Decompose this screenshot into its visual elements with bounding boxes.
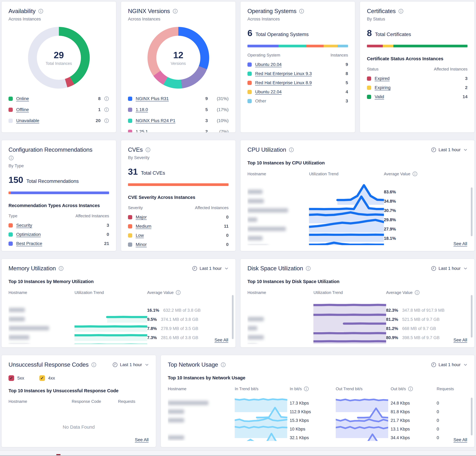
hostname-redacted[interactable] [8,317,25,321]
info-icon[interactable] [91,362,96,367]
time-range-dropdown[interactable]: Last 1 hour [192,266,229,271]
legend-label-link[interactable]: NGINX Plus R24 P1 [136,118,175,123]
status-label-link[interactable]: Expiring [375,85,391,90]
time-range-label: Last 1 hour [439,147,460,152]
vertical-scrollbar[interactable] [232,295,234,339]
hostname-redacted[interactable] [8,326,49,330]
card-title: Unsuccessful Response Codes [8,362,89,368]
time-range-dropdown[interactable]: Last 1 hour [431,266,468,271]
vertical-scrollbar[interactable] [471,187,473,236]
legend-label-link[interactable]: NGINX Plus R31 [136,96,169,101]
checkbox-checked[interactable]: ✓ [8,375,14,381]
table-row: Red Hat Enterprise Linux 8.9 5 [247,80,348,85]
time-range-dropdown[interactable]: Last 1 hour [431,147,468,152]
clock-icon [192,266,197,271]
hostname-redacted[interactable] [247,208,288,212]
type-label-link[interactable]: Security [16,223,32,228]
column-header-hostname: Hostname [247,290,313,295]
info-icon[interactable] [38,8,43,14]
availability-card: Availability Across Instances 29 Total I… [1,1,116,133]
out-bitrate-value: 24.8 Kbps [391,401,434,406]
info-icon[interactable] [398,8,404,14]
hostname-redacted[interactable] [168,435,184,440]
hostname-redacted[interactable] [247,335,264,339]
see-all-link[interactable]: See All [453,338,467,343]
info-icon[interactable] [415,290,420,295]
bar-segment [367,45,383,47]
severity-label-link[interactable]: Major [136,215,147,220]
hostname-redacted[interactable] [8,308,25,312]
info-icon[interactable] [304,386,309,391]
type-label-link[interactable]: Best Practice [16,241,42,246]
vertical-scrollbar[interactable] [471,398,473,435]
os-label-link[interactable]: Other [255,99,266,103]
checkbox-checked[interactable]: ✓ [39,375,45,381]
column-header-hostname: Hostname [8,399,72,404]
info-icon[interactable] [299,8,304,14]
vertical-scrollbar[interactable] [471,295,473,338]
see-all-link[interactable]: See All [214,338,228,343]
column-header-average: Average Value [384,171,410,176]
info-icon[interactable] [104,107,109,112]
hostname-redacted[interactable] [247,199,264,203]
hostname-redacted[interactable] [247,190,263,194]
os-label-link[interactable]: Ubuntu 20.04 [255,62,282,67]
hostname-redacted[interactable] [168,418,184,422]
legend-label-link[interactable]: Unavailable [16,118,39,123]
legend-label-link[interactable]: 1.25.1 [136,129,148,133]
hostname-redacted[interactable] [247,227,286,231]
status-label-link[interactable]: Expired [375,76,390,81]
clock-icon [112,362,118,367]
table-row: Ubuntu 22.04 4 [247,89,348,94]
bar-segment [11,192,109,194]
info-icon[interactable] [412,171,418,177]
hostname-redacted[interactable] [247,218,257,222]
type-label-link[interactable]: Optimization [16,232,41,237]
time-range-label: Last 1 hour [439,266,460,271]
hostname-redacted[interactable] [247,326,257,330]
info-icon[interactable] [289,147,294,152]
info-icon[interactable] [58,266,64,271]
legend-label-link[interactable]: Online [16,96,29,101]
affected-count: 0 [226,215,229,220]
os-label-link[interactable]: Ubuntu 22.04 [255,89,282,94]
table-row: Optimization 0 [8,232,109,237]
see-all-link[interactable]: See All [453,437,467,442]
info-icon[interactable] [145,147,151,152]
card-title: Disk Space Utilization [247,265,303,272]
cpu-utilization-card: CPU Utilization Last 1 hour Top 10 Insta… [240,140,475,251]
info-icon[interactable] [176,290,181,295]
bar-segment [306,45,324,47]
time-range-dropdown[interactable]: Last 1 hour [431,362,468,367]
response-code-checkbox[interactable]: ✓ 4xx [39,375,55,381]
bottom-scroll-strip[interactable] [0,450,476,456]
hostname-redacted[interactable] [247,317,264,321]
response-code-checkbox[interactable]: ✓ 5xx [8,375,24,381]
os-label-link[interactable]: Red Hat Enterprise Linux 9.3 [255,71,312,76]
info-icon[interactable] [221,362,226,367]
os-label-link[interactable]: Red Hat Enterprise Linux 8.9 [255,80,312,85]
nginx-versions-donut-chart[interactable]: 12 Versions [147,27,209,89]
info-icon[interactable] [172,8,178,14]
info-icon[interactable] [408,386,413,391]
info-icon[interactable] [8,155,14,161]
severity-label-link[interactable]: Medium [136,224,152,229]
hostname-redacted[interactable] [247,236,263,240]
affected-count: 3 [465,76,468,81]
see-all-link[interactable]: See All [453,241,467,246]
hostname-redacted[interactable] [168,401,208,405]
availability-donut-chart[interactable]: 29 Total Instances [28,27,90,89]
info-icon[interactable] [306,266,311,271]
severity-label-link[interactable]: Minor [136,242,147,247]
see-all-link[interactable]: See All [135,437,149,442]
legend-label-link[interactable]: Offline [16,107,29,112]
info-icon[interactable] [104,118,109,123]
hostname-redacted[interactable] [168,409,184,414]
table-row: Expired 3 [367,76,468,81]
status-label-link[interactable]: Valid [375,94,384,99]
hostname-redacted[interactable] [8,335,29,339]
time-range-dropdown[interactable]: Last 1 hour [112,362,149,367]
info-icon[interactable] [104,96,109,101]
legend-label-link[interactable]: 1.18.0 [136,107,148,112]
severity-label-link[interactable]: Low [136,233,144,238]
